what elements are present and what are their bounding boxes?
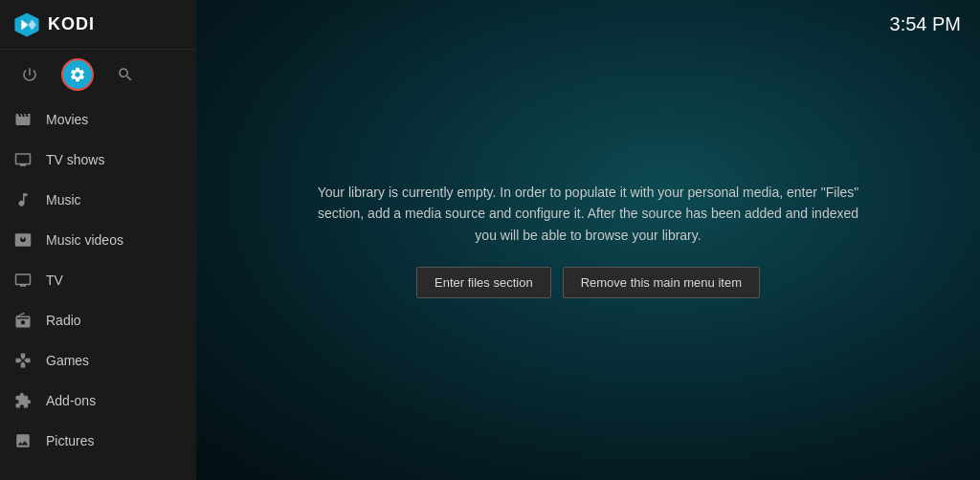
sidebar-item-games-label: Games [46,353,89,368]
radio-icon [13,311,33,330]
content-actions: Enter files section Remove this main men… [311,267,866,298]
sidebar: KODI Movies [0,0,196,480]
power-button[interactable] [13,58,46,91]
music-icon [13,190,33,209]
sidebar-item-tv-shows-label: TV shows [46,152,104,167]
pictures-icon [13,431,33,450]
enter-files-button[interactable]: Enter files section [416,267,551,298]
kodi-logo-icon [13,11,40,38]
sidebar-item-music[interactable]: Music [0,180,196,220]
sidebar-item-movies[interactable]: Movies [0,99,196,140]
kodi-logo: KODI [13,11,95,38]
time-display: 3:54 PM [890,13,961,35]
music-videos-icon [13,230,33,250]
sidebar-item-tv[interactable]: TV [0,260,196,300]
add-ons-icon [13,391,33,410]
sidebar-item-add-ons[interactable]: Add-ons [0,381,196,421]
sidebar-item-games[interactable]: Games [0,340,196,381]
sidebar-controls [0,50,196,99]
sidebar-item-music-label: Music [46,192,81,207]
remove-menu-item-button[interactable]: Remove this main menu item [563,267,760,298]
search-icon [117,66,134,83]
movies-icon [13,110,33,129]
games-icon [13,351,33,370]
sidebar-item-radio-label: Radio [46,313,81,328]
sidebar-item-radio[interactable]: Radio [0,300,196,340]
sidebar-item-pictures-label: Pictures [46,433,95,448]
power-icon [21,66,38,83]
main-content: 3:54 PM Your library is currently empty.… [196,0,980,480]
library-description: Your library is currently empty. In orde… [311,182,866,246]
settings-button[interactable] [61,58,94,91]
sidebar-item-music-videos[interactable]: Music videos [0,220,196,260]
tv-icon [13,271,33,290]
sidebar-item-tv-label: TV [46,273,63,288]
tv-shows-icon [13,150,33,169]
sidebar-item-pictures[interactable]: Pictures [0,421,196,461]
sidebar-item-add-ons-label: Add-ons [46,393,96,408]
sidebar-header: KODI [0,0,196,50]
nav-menu: Movies TV shows Music Music videos [0,99,196,480]
settings-icon [69,66,86,83]
search-button[interactable] [109,58,142,91]
empty-library-box: Your library is currently empty. In orde… [292,163,885,317]
sidebar-item-tv-shows[interactable]: TV shows [0,140,196,180]
kodi-logo-text: KODI [48,14,95,34]
sidebar-item-music-videos-label: Music videos [46,232,123,248]
sidebar-item-movies-label: Movies [46,112,88,127]
